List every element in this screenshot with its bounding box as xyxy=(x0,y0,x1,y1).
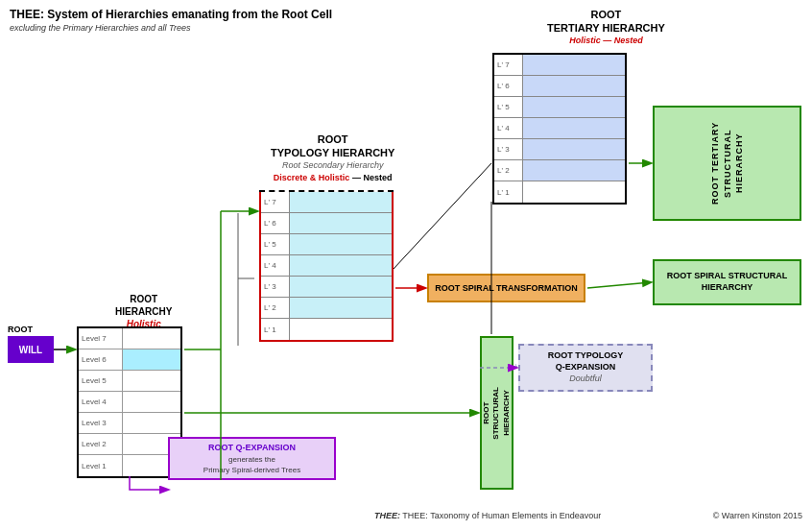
level-cell xyxy=(523,118,625,138)
typology-hierarchy-label: ROOT TYPOLOGY HIERARCHY Root Secondary H… xyxy=(271,132,394,184)
table-row: L' 7 xyxy=(494,55,625,76)
svg-line-8 xyxy=(394,163,491,269)
tertiary-hierarchy-label: ROOT TERTIARY HIERARCHY Holistic — Neste… xyxy=(547,8,665,46)
level-label: L' 2 xyxy=(494,160,523,181)
level-cell xyxy=(290,277,392,297)
level-label: L' 1 xyxy=(261,319,290,340)
level-label: L' 6 xyxy=(261,213,290,233)
rqe-line2: generates thePrimary Spiral-derived Tree… xyxy=(203,454,300,475)
level-label: L' 2 xyxy=(261,298,290,318)
level-label: Level 3 xyxy=(79,413,123,433)
level-cell xyxy=(290,298,392,318)
level-label: L' 3 xyxy=(494,139,523,159)
level-label: L' 5 xyxy=(261,234,290,254)
table-row: L' 5 xyxy=(494,97,625,118)
table-row: Level 2 xyxy=(79,434,180,455)
rtqe-line3: Doubtful xyxy=(569,373,602,385)
rh-title2: HIERARCHY xyxy=(115,305,172,318)
level-cell xyxy=(523,55,625,75)
level-cell xyxy=(523,76,625,96)
level-cell xyxy=(123,371,180,391)
table-row: L' 3 xyxy=(261,277,392,298)
level-label: L' 4 xyxy=(494,118,523,138)
will-box: WILL xyxy=(8,336,54,363)
table-row: L' 1 xyxy=(494,181,625,203)
rssh-text: ROOT SPIRAL STRUCTURALHIERARCHY xyxy=(667,271,787,293)
rtqe-line2: Q-EXPANSION xyxy=(556,362,615,373)
level-label: L' 3 xyxy=(261,277,290,297)
level-cell xyxy=(523,97,625,117)
table-row: L' 7 xyxy=(261,192,392,213)
table-row: Level 1 xyxy=(79,455,180,476)
main-title: THEE: System of Hierarchies emanating fr… xyxy=(10,8,332,21)
root-typology-q-expansion-box: ROOT TYPOLOGY Q-EXPANSION Doubtful xyxy=(518,344,653,392)
table-row: L' 1 xyxy=(261,319,392,340)
rth-title2: TYPOLOGY HIERARCHY xyxy=(271,146,394,159)
root-hierarchy-table: Level 7 Level 6 Level 5 Level 4 Level 3 … xyxy=(77,326,182,478)
rsh-text: ROOTSTRUCTURALHIERARCHY xyxy=(482,387,512,440)
level-label: L' 7 xyxy=(261,192,290,212)
level-label: L' 4 xyxy=(261,255,290,276)
level-cell xyxy=(523,160,625,181)
level-cell xyxy=(123,392,180,412)
level-cell xyxy=(290,319,392,340)
table-row: L' 4 xyxy=(494,118,625,139)
rth-title: ROOT xyxy=(271,132,394,146)
level-label: Level 7 xyxy=(79,328,123,349)
rtsh-text: ROOT TERTIARYSTRUCTURAL HIERARCHY xyxy=(709,108,746,219)
root-structural-hierarchy-box: ROOTSTRUCTURALHIERARCHY xyxy=(480,336,513,490)
root-spiral-transformation-box: ROOT SPIRAL TRANSFORMATION xyxy=(427,274,585,302)
table-row: L' 2 xyxy=(261,298,392,319)
table-row: Level 3 xyxy=(79,413,180,434)
table-row: L' 6 xyxy=(494,76,625,97)
sub-title: excluding the Primary Hierarchies and al… xyxy=(10,23,190,33)
level-label: Level 1 xyxy=(79,455,123,476)
level-label: L' 7 xyxy=(494,55,523,75)
tertiary-hierarchy-table: L' 7 L' 6 L' 5 L' 4 L' 3 L' 2 L' 1 xyxy=(492,53,627,205)
table-row: L' 5 xyxy=(261,234,392,255)
rqe-line1: ROOT Q-EXPANSION xyxy=(203,442,300,454)
level-cell xyxy=(123,413,180,433)
level-cell xyxy=(523,181,625,203)
level-label: Level 2 xyxy=(79,434,123,454)
table-row: Level 4 xyxy=(79,392,180,413)
rtrh-title: ROOT xyxy=(547,8,665,21)
level-label: L' 5 xyxy=(494,97,523,117)
level-label: Level 6 xyxy=(79,349,123,370)
level-label: L' 6 xyxy=(494,76,523,96)
diagram: THEE: System of Hierarchies emanating fr… xyxy=(0,0,812,530)
rh-title: ROOT xyxy=(115,293,172,305)
rtrh-title2: TERTIARY HIERARCHY xyxy=(547,21,665,35)
table-row: Level 6 xyxy=(79,349,180,371)
rth-sub3: — Nested xyxy=(352,173,393,182)
level-cell xyxy=(123,349,180,370)
rtrh-sub1: Holistic — Nested xyxy=(547,36,665,47)
table-row: Level 7 xyxy=(79,328,180,349)
level-cell xyxy=(290,192,392,212)
footer-thee: THEE: THEE: Taxonomy of Human Elements i… xyxy=(374,511,601,520)
table-row: L' 3 xyxy=(494,139,625,160)
table-row: L' 2 xyxy=(494,160,625,181)
rtqe-line1: ROOT TYPOLOGY xyxy=(548,350,624,362)
rth-sub1: Root Secondary Hierarchy xyxy=(271,160,394,172)
level-label: L' 1 xyxy=(494,181,523,203)
root-hierarchy-label: ROOT HIERARCHY Holistic xyxy=(115,293,172,330)
level-cell xyxy=(523,139,625,159)
root-tertiary-structural-hierarchy-box: ROOT TERTIARYSTRUCTURAL HIERARCHY xyxy=(653,106,801,221)
rth-sub2: Discrete & Holistic xyxy=(274,173,350,182)
level-cell xyxy=(290,255,392,276)
table-row: L' 6 xyxy=(261,213,392,234)
root-will-label: ROOT xyxy=(8,325,33,334)
level-cell xyxy=(290,234,392,254)
table-row: Level 5 xyxy=(79,371,180,392)
level-cell xyxy=(123,328,180,349)
footer-copyright: © Warren Kinston 2015 xyxy=(713,511,802,520)
level-label: Level 4 xyxy=(79,392,123,412)
table-row: L' 4 xyxy=(261,255,392,277)
level-label: Level 5 xyxy=(79,371,123,391)
level-cell xyxy=(290,213,392,233)
root-spiral-structural-hierarchy-box: ROOT SPIRAL STRUCTURALHIERARCHY xyxy=(653,259,801,305)
typology-hierarchy-table: L' 7 L' 6 L' 5 L' 4 L' 3 L' 2 L' 1 xyxy=(259,192,394,342)
root-q-expansion-box: ROOT Q-EXPANSION generates thePrimary Sp… xyxy=(168,437,336,480)
svg-line-5 xyxy=(587,282,651,288)
